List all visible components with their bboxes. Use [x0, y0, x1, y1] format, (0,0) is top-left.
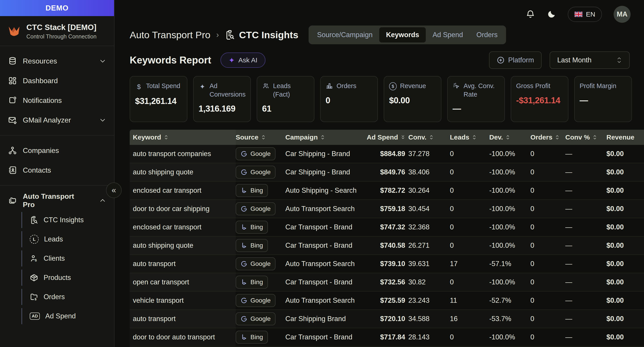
users-icon — [262, 82, 270, 98]
breadcrumb-page: CTC Insights — [225, 30, 298, 40]
column-label: Ad Spend — [367, 134, 398, 141]
sidebar-item-label: Notifications — [23, 96, 62, 105]
cell-leads: 11 — [447, 292, 486, 310]
cell-conv: 26.271 — [405, 236, 447, 254]
column-header-revenue[interactable]: Revenue — [603, 134, 644, 141]
sidebar-item-auto-transport-pro[interactable]: Auto Transport Pro — [0, 192, 114, 209]
cell-keyword: auto transport companies — [130, 145, 236, 163]
kpi-label: Profit Margin — [580, 82, 616, 90]
language-selector[interactable]: EN — [568, 7, 602, 22]
cell-orders: 0 — [527, 292, 562, 310]
ask-ai-button[interactable]: ✦ Ask AI — [220, 52, 266, 68]
cell-conv: 23.243 — [405, 292, 447, 310]
sidebar-item-contacts[interactable]: Contacts — [0, 162, 114, 178]
table-row: auto transport Google Car Shipping Brand… — [130, 310, 644, 328]
sidebar-collapse-button[interactable]: « — [106, 182, 122, 198]
sidebar-item-orders[interactable]: $ Orders — [22, 289, 114, 305]
notifications-bell-button[interactable] — [526, 10, 535, 19]
sort-desc-icon — [401, 134, 405, 141]
cell-revenue: $0.00 — [603, 273, 644, 291]
cell-campaign: Auto Shipping - Search — [285, 182, 365, 200]
cell-keyword: door to door auto transport — [130, 328, 236, 346]
package-icon — [30, 274, 38, 282]
project-submenu: CTC Insights L Leads $ Clients Products … — [0, 212, 114, 330]
cell-conv-pct: — — [562, 218, 603, 236]
sidebar-item-resources[interactable]: Resources — [0, 53, 114, 69]
column-header-orders[interactable]: Orders — [527, 134, 562, 141]
column-header-leads[interactable]: Leads — [447, 134, 486, 141]
leads-icon-letter: L — [33, 237, 36, 242]
column-header-ad-spend[interactable]: Ad Spend — [365, 134, 405, 141]
cell-ad-spend: $782.72 — [365, 182, 405, 200]
user-avatar[interactable]: MA — [614, 6, 630, 23]
table-row: enclosed car transport Bing Auto Shippin… — [130, 182, 644, 200]
cell-leads: 0 — [447, 200, 486, 218]
cell-revenue: $0.00 — [603, 163, 644, 181]
sidebar-item-label: Companies — [23, 146, 59, 155]
period-value: Last Month — [557, 56, 592, 64]
sidebar-item-leads[interactable]: L Leads — [22, 231, 114, 247]
sidebar-item-products[interactable]: Products — [22, 270, 114, 286]
theme-toggle-button[interactable] — [547, 10, 556, 19]
kpi-value: 61 — [262, 104, 309, 114]
cell-source: Google — [236, 255, 285, 273]
sidebar-item-label: Resources — [23, 57, 57, 65]
cell-keyword: auto shipping quote — [130, 236, 236, 254]
platform-filter-button[interactable]: Platform — [489, 52, 542, 69]
tab-ad-spend[interactable]: Ad Spend — [426, 27, 470, 42]
chevron-down-icon — [99, 117, 106, 124]
tab-orders[interactable]: Orders — [470, 27, 504, 42]
cell-source: Google — [236, 292, 285, 310]
bing-icon — [240, 242, 247, 249]
brand[interactable]: CTC Stack [DEMO] Control Through Connect… — [0, 16, 114, 46]
sidebar-item-label: Leads — [44, 235, 63, 243]
cell-dev: -100.0% — [486, 218, 527, 236]
cell-keyword: auto transport — [130, 310, 236, 328]
kpi-revenue: $ Revenue $0.00 — [384, 76, 442, 122]
sidebar-item-dashboard[interactable]: Dashboard — [0, 72, 114, 89]
cell-dev: -100.0% — [486, 328, 527, 346]
bar-chart-icon — [326, 82, 333, 90]
kpi-header: Leads (Fact) — [262, 82, 309, 98]
sidebar-item-clients[interactable]: $ Clients — [22, 250, 114, 266]
cell-conv: 32.368 — [405, 218, 447, 236]
cell-leads: 16 — [447, 310, 486, 328]
column-header-conv[interactable]: Conv. — [405, 134, 447, 141]
column-header-conv-pct[interactable]: Conv % — [562, 134, 603, 141]
cell-orders: 0 — [527, 182, 562, 200]
cell-revenue: $0.00 — [603, 310, 644, 328]
cell-leads: 17 — [447, 255, 486, 273]
cell-conv-pct: — — [562, 200, 603, 218]
cell-orders: 0 — [527, 255, 562, 273]
sidebar-item-label: Contacts — [23, 166, 51, 174]
sidebar-item-companies[interactable]: Companies — [0, 142, 114, 159]
sidebar-item-ad-spend[interactable]: AD Ad Spend — [22, 308, 114, 324]
sidebar-item-ctc-insights[interactable]: CTC Insights — [22, 212, 114, 228]
table-row: enclosed car transport Bing Car Transpor… — [130, 218, 644, 236]
table-row: auto transport companies Google Car Ship… — [130, 145, 644, 163]
sidebar-nav-project: Auto Transport Pro CTC Insights L Leads … — [0, 186, 114, 333]
source-badge: Google — [236, 166, 276, 179]
dollar-circle-icon: $ — [389, 82, 397, 90]
google-icon — [240, 206, 247, 212]
column-header-keyword[interactable]: Keyword — [130, 130, 236, 145]
cell-source: Bing — [236, 273, 285, 291]
column-header-dev[interactable]: Dev. — [486, 134, 527, 141]
cell-conv: 39.631 — [405, 255, 447, 273]
column-header-campaign[interactable]: Campaign — [285, 134, 365, 141]
period-select[interactable]: Last Month — [550, 52, 630, 69]
source-label: Google — [250, 297, 270, 304]
column-header-source[interactable]: Source — [236, 134, 285, 141]
kpi-label: Revenue — [400, 82, 426, 90]
bing-icon — [240, 187, 247, 194]
source-label: Google — [250, 168, 270, 176]
cell-ad-spend: $717.84 — [365, 328, 405, 346]
breadcrumb-project[interactable]: Auto Transport Pro — [130, 30, 210, 40]
tab-source-campaign[interactable]: Source/Campaign — [310, 27, 379, 42]
cell-campaign: Car Shipping - Brand — [285, 145, 365, 163]
cell-revenue: $0.00 — [603, 145, 644, 163]
sidebar-item-notifications[interactable]: Notifications — [0, 92, 114, 109]
sidebar-item-gmail-analyzer[interactable]: GMail Analyzer — [0, 112, 114, 128]
tab-keywords[interactable]: Keywords — [379, 27, 426, 42]
cell-conv-pct: — — [562, 310, 603, 328]
